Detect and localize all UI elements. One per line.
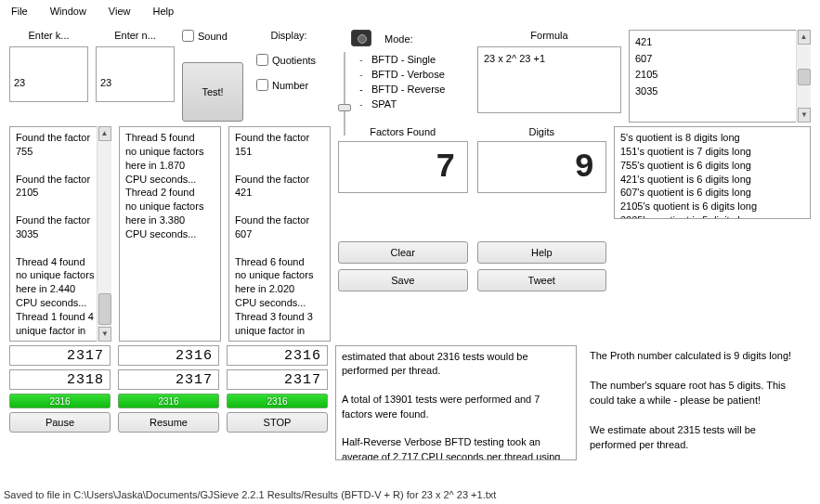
menu-help[interactable]: Help	[142, 3, 186, 19]
label-display: Display:	[256, 30, 321, 41]
menu-window[interactable]: Window	[39, 3, 98, 19]
list-item: 2105's quotient is 6 digits long	[620, 200, 804, 213]
label-quotients: Quotients	[272, 55, 316, 66]
menu-file[interactable]: File	[0, 3, 39, 19]
progress-1: 2316	[9, 394, 111, 408]
progress-2: 2316	[118, 394, 219, 408]
mode-spat[interactable]: SPAT	[371, 98, 397, 110]
counter-1a: 2317	[9, 345, 111, 366]
scroll-thumb[interactable]	[98, 293, 111, 325]
help-button[interactable]: Help	[477, 241, 607, 264]
list-item: 607's quotient is 6 digits long	[620, 186, 804, 200]
tweet-button[interactable]: Tweet	[477, 269, 607, 291]
test-button[interactable]: Test!	[182, 62, 243, 122]
slider-thumb[interactable]	[338, 104, 351, 111]
list-item: 421's quotient is 6 digits long	[620, 173, 804, 187]
counter-3a: 2316	[227, 345, 328, 366]
label-sound: Sound	[198, 31, 228, 42]
menubar: File Window View Help	[0, 0, 820, 22]
factor-list: 421 607 2105 3035	[629, 30, 811, 123]
display-digits: 9	[477, 141, 607, 193]
scrollbar[interactable]: ▲ ▼	[796, 30, 811, 123]
list-item: 755's quotient is 6 digits long	[620, 159, 804, 173]
label-number: Number	[272, 80, 308, 91]
formula-box[interactable]: 23 x 2^ 23 +1	[477, 46, 621, 113]
list-item: 2105	[635, 67, 793, 84]
mode-slider[interactable]	[338, 52, 351, 136]
log-box-2: Thread 5 found no unique factors here in…	[119, 126, 221, 342]
scroll-thumb[interactable]	[798, 69, 811, 85]
label-formula: Formula	[477, 30, 621, 41]
label-enter-k: Enter k...	[9, 30, 88, 41]
info-box: The Proth number calculated is 9 digits …	[584, 345, 811, 460]
list-item: 607	[635, 51, 793, 68]
pause-button[interactable]: Pause	[9, 412, 111, 433]
label-enter-n: Enter n...	[96, 30, 175, 41]
scroll-down-icon[interactable]: ▼	[98, 327, 111, 342]
list-item: 5's quotient is 8 digits long	[620, 131, 804, 145]
mode-verbose[interactable]: BFTD - Verbose	[371, 69, 445, 80]
menu-view[interactable]: View	[98, 3, 142, 19]
scroll-up-icon[interactable]: ▲	[98, 126, 111, 141]
list-item: 3035's quotient is 5 digits long	[620, 213, 804, 219]
summary-box: estimated that about 2316 tests would be…	[335, 345, 577, 460]
quotients-box: 5's quotient is 8 digits long 151's quot…	[614, 126, 811, 219]
display-factors-found: 7	[338, 141, 468, 193]
counter-3b: 2317	[227, 369, 328, 390]
camera-icon[interactable]	[351, 30, 371, 46]
counter-2a: 2316	[118, 345, 219, 366]
status-bar: Saved to file in C:\Users\Jaska\Document…	[4, 487, 816, 502]
clear-button[interactable]: Clear	[338, 241, 468, 264]
label-mode: Mode:	[384, 33, 470, 45]
scrollbar[interactable]: ▲ ▼	[97, 126, 111, 342]
label-factors-found: Factors Found	[338, 126, 468, 137]
checkbox-quotients[interactable]	[256, 54, 268, 66]
log-box-3: Found the factor 151 Found the factor 42…	[228, 126, 331, 342]
stop-button[interactable]: STOP	[227, 412, 328, 433]
checkbox-number[interactable]	[256, 79, 268, 91]
mode-reverse[interactable]: BFTD - Reverse	[371, 84, 445, 95]
mode-single[interactable]: BFTD - Single	[371, 54, 436, 65]
scroll-up-icon[interactable]: ▲	[798, 30, 811, 45]
progress-3: 2316	[227, 394, 328, 408]
list-item: 151's quotient is 7 digits long	[620, 145, 804, 159]
counter-2b: 2317	[118, 369, 219, 390]
checkbox-sound[interactable]	[182, 30, 194, 42]
label-digits: Digits	[477, 126, 607, 137]
scroll-down-icon[interactable]: ▼	[798, 108, 811, 123]
resume-button[interactable]: Resume	[118, 412, 219, 433]
input-n[interactable]: 23	[96, 46, 175, 102]
input-k[interactable]: 23	[9, 46, 88, 102]
save-button[interactable]: Save	[338, 269, 468, 291]
counter-1b: 2318	[9, 369, 111, 390]
list-item: 421	[635, 34, 793, 51]
list-item: 3035	[635, 84, 793, 100]
